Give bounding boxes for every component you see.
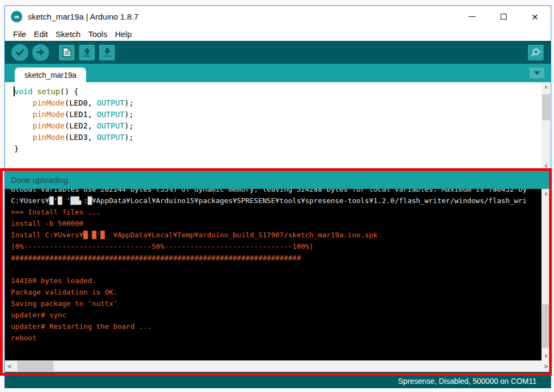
code-lines: void setup() { pinMode(LED0, OUTPUT); pi…: [5, 82, 541, 170]
console-line: [11, 264, 541, 275]
code-line: pinMode(LED1, OUTPUT);: [14, 109, 541, 120]
status-message: Done uploading.: [11, 175, 70, 185]
menu-item-tools[interactable]: Tools: [84, 28, 111, 40]
window-controls: ×: [456, 6, 551, 27]
triangle-down-icon: [534, 71, 540, 75]
save-button[interactable]: [99, 45, 115, 60]
console-line: >>> Install files ...: [11, 206, 541, 218]
toolbar: [5, 41, 551, 64]
console-line: reboot: [11, 332, 541, 344]
console-line: C:¥Users¥█'█ '██▖:█¥AppData¥Local¥Arduin…: [11, 195, 541, 206]
console-line: updater# sync: [11, 309, 541, 321]
console-line: Saving package to ″nuttx″: [11, 298, 541, 309]
maximize-button[interactable]: [488, 6, 519, 27]
console-output: Global variables use 262144 bytes (33%) …: [5, 189, 541, 360]
chevron-up-icon[interactable]: ∧: [541, 82, 551, 91]
chevron-up-icon[interactable]: ∧: [541, 189, 551, 198]
console-horizontal-scrollbar[interactable]: < >: [5, 360, 551, 372]
chevron-right-icon[interactable]: >: [541, 360, 551, 372]
serial-monitor-button[interactable]: [528, 45, 544, 60]
title-bar: ∞ sketch_mar19a | Arduino 1.8.7 ×: [5, 6, 551, 27]
check-icon: [15, 48, 25, 56]
code-line: pinMode(LED3, OUTPUT);: [14, 132, 541, 143]
status-strip: Done uploading.: [5, 170, 551, 189]
tab-bar: sketch_mar19a: [5, 64, 551, 82]
console-line: |0%------------------------------50%----…: [11, 241, 541, 252]
console-line: install -b 500000: [11, 218, 541, 229]
console-line: Install C:¥Users¥█ █'█ ¥AppData¥Local¥Te…: [11, 229, 541, 241]
code-line: void setup() {: [14, 86, 541, 97]
code-line: pinMode(LED2, OUTPUT);: [14, 120, 541, 132]
menu-item-edit[interactable]: Edit: [30, 28, 52, 40]
close-icon: ×: [532, 11, 538, 22]
arrow-down-tray-icon: [102, 47, 112, 57]
console-line: 144160 bytes loaded.: [11, 275, 541, 286]
editor-scroll-thumb[interactable]: [542, 94, 550, 120]
magnifier-icon: [531, 47, 541, 57]
menu-item-help[interactable]: Help: [111, 28, 136, 40]
maximize-icon: [501, 14, 507, 20]
arduino-ide-window: ∞ sketch_mar19a | Arduino 1.8.7 × FileEd…: [4, 5, 551, 388]
status-bar: Spresense, Disabled, 500000 on COM11: [5, 372, 551, 388]
chevron-left-icon[interactable]: <: [5, 360, 14, 372]
minimize-icon: [468, 16, 476, 17]
code-line: pinMode(LED0, OUTPUT);: [14, 97, 541, 109]
verify-button[interactable]: [11, 44, 28, 61]
tab-menu-button[interactable]: [529, 68, 544, 78]
console-line: Global variables use 262144 bytes (33%) …: [11, 189, 541, 195]
minimize-button[interactable]: [456, 6, 488, 27]
console-line: ########################################…: [11, 252, 541, 264]
arduino-app-icon: ∞: [11, 11, 22, 22]
menu-bar: FileEditSketchToolsHelp: [5, 27, 551, 41]
console-scroll-thumb[interactable]: [542, 304, 550, 348]
new-sketch-button[interactable]: [59, 45, 75, 60]
console-line: updater# Restarting the board ...: [11, 321, 541, 332]
document-icon: [63, 47, 71, 57]
code-editor[interactable]: void setup() { pinMode(LED0, OUTPUT); pi…: [5, 82, 551, 170]
code-line: }: [14, 143, 541, 155]
window-title: sketch_mar19a | Arduino 1.8.7: [28, 12, 138, 21]
menu-item-sketch[interactable]: Sketch: [52, 28, 84, 40]
board-port-info: Spresense, Disabled, 500000 on COM11: [398, 377, 537, 385]
arrow-right-icon: [36, 48, 45, 56]
console-line: Package validation is OK.: [11, 286, 541, 298]
console-panel: Global variables use 262144 bytes (33%) …: [5, 189, 551, 360]
upload-button[interactable]: [32, 44, 49, 61]
tab-sketch[interactable]: sketch_mar19a: [15, 68, 86, 82]
open-button[interactable]: [79, 45, 95, 60]
console-vertical-scrollbar[interactable]: ∧ ∨: [541, 189, 551, 360]
close-button[interactable]: ×: [519, 6, 551, 27]
horizontal-scroll-thumb[interactable]: [17, 361, 53, 371]
chevron-down-icon[interactable]: ∨: [541, 161, 551, 170]
menu-item-file[interactable]: File: [9, 28, 30, 40]
arrow-up-tray-icon: [82, 47, 92, 57]
chevron-down-icon[interactable]: ∨: [541, 351, 551, 360]
editor-vertical-scrollbar[interactable]: ∧ ∨: [541, 82, 551, 170]
